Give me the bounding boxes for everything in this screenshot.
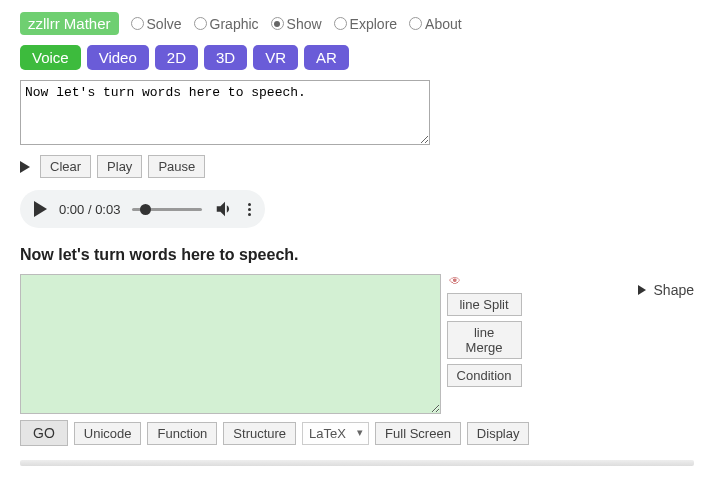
nav-show[interactable]: Show bbox=[271, 16, 322, 32]
radio-icon bbox=[271, 17, 284, 30]
tab-2d[interactable]: 2D bbox=[155, 45, 198, 70]
audio-player: 0:00 / 0:03 bbox=[20, 190, 265, 228]
nav-graphic[interactable]: Graphic bbox=[194, 16, 259, 32]
tab-vr[interactable]: VR bbox=[253, 45, 298, 70]
pause-button[interactable]: Pause bbox=[148, 155, 205, 178]
chevron-right-icon bbox=[638, 285, 646, 295]
latex-select[interactable]: LaTeX bbox=[302, 422, 369, 445]
nav-label: Show bbox=[287, 16, 322, 32]
audio-menu-icon[interactable] bbox=[248, 203, 251, 216]
latex-select-wrap[interactable]: LaTeX bbox=[302, 422, 369, 445]
tab-3d[interactable]: 3D bbox=[204, 45, 247, 70]
audio-thumb[interactable] bbox=[140, 204, 151, 215]
tab-ar[interactable]: AR bbox=[304, 45, 349, 70]
tab-video[interactable]: Video bbox=[87, 45, 149, 70]
full-screen-button[interactable]: Full Screen bbox=[375, 422, 461, 445]
nav-solve[interactable]: Solve bbox=[131, 16, 182, 32]
radio-icon bbox=[409, 17, 422, 30]
speech-input[interactable]: Now let's turn words here to speech. bbox=[20, 80, 430, 145]
play-icon[interactable] bbox=[20, 161, 30, 173]
shape-label: Shape bbox=[654, 282, 694, 298]
volume-icon[interactable] bbox=[214, 198, 236, 220]
tab-voice[interactable]: Voice bbox=[20, 45, 81, 70]
top-nav: zzllrr Mather Solve Graphic Show Explore… bbox=[20, 12, 694, 35]
unicode-button[interactable]: Unicode bbox=[74, 422, 142, 445]
radio-icon bbox=[131, 17, 144, 30]
audio-time: 0:00 / 0:03 bbox=[59, 202, 120, 217]
speech-output: Now let's turn words here to speech. bbox=[20, 246, 694, 264]
radio-icon bbox=[194, 17, 207, 30]
play-button[interactable]: Play bbox=[97, 155, 142, 178]
workspace-area[interactable] bbox=[20, 274, 441, 414]
footer-bar bbox=[20, 460, 694, 466]
nav-label: About bbox=[425, 16, 462, 32]
logo[interactable]: zzllrr Mather bbox=[20, 12, 119, 35]
shape-toggle[interactable]: Shape bbox=[638, 282, 694, 298]
line-split-button[interactable]: line Split bbox=[447, 293, 522, 316]
workspace: 👁 line Split line Merge Condition Shape bbox=[20, 274, 694, 414]
line-merge-button[interactable]: line Merge bbox=[447, 321, 522, 359]
nav-label: Solve bbox=[147, 16, 182, 32]
function-button[interactable]: Function bbox=[147, 422, 217, 445]
nav-label: Explore bbox=[350, 16, 397, 32]
condition-button[interactable]: Condition bbox=[447, 364, 522, 387]
bottom-row: GO Unicode Function Structure LaTeX Full… bbox=[20, 420, 694, 446]
structure-button[interactable]: Structure bbox=[223, 422, 296, 445]
nav-about[interactable]: About bbox=[409, 16, 462, 32]
radio-icon bbox=[334, 17, 347, 30]
nav-label: Graphic bbox=[210, 16, 259, 32]
nav-explore[interactable]: Explore bbox=[334, 16, 397, 32]
side-column: 👁 line Split line Merge Condition bbox=[447, 274, 522, 387]
clear-button[interactable]: Clear bbox=[40, 155, 91, 178]
go-button[interactable]: GO bbox=[20, 420, 68, 446]
tab-row: Voice Video 2D 3D VR AR bbox=[20, 45, 694, 70]
display-button[interactable]: Display bbox=[467, 422, 530, 445]
audio-track[interactable] bbox=[132, 208, 202, 211]
audio-play-icon[interactable] bbox=[34, 201, 47, 217]
eye-icon[interactable]: 👁 bbox=[447, 274, 522, 288]
control-row: Clear Play Pause bbox=[20, 155, 694, 178]
